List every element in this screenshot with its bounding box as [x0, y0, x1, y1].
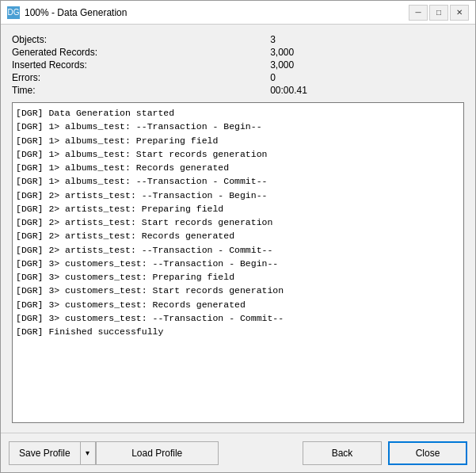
main-window: DG 100% - Data Generation ─ □ ✕ Objects:… — [0, 0, 476, 473]
stat-value: 00:00.41 — [270, 85, 464, 96]
stat-value: 3,000 — [270, 47, 464, 58]
load-profile-label: Load Profile — [131, 448, 182, 459]
stat-value: 0 — [270, 72, 464, 83]
footer: Save Profile ▾ Load Profile Back Close — [1, 433, 475, 472]
footer-left: Save Profile ▾ Load Profile — [9, 441, 303, 465]
close-label: Close — [416, 448, 440, 459]
log-line: [DGR] 2> artists_test: Start records gen… — [16, 216, 460, 229]
save-profile-label: Save Profile — [19, 448, 70, 459]
main-content: Objects:3Generated Records:3,000Inserted… — [1, 25, 475, 433]
window-title: 100% - Data Generation — [25, 7, 127, 18]
save-profile-dropdown-button[interactable]: ▾ — [80, 441, 96, 465]
log-line: [DGR] 2> artists_test: --Transaction - B… — [16, 189, 460, 202]
back-button[interactable]: Back — [303, 441, 382, 465]
minimize-button[interactable]: ─ — [409, 5, 428, 21]
log-line: [DGR] 3> customers_test: Preparing field — [16, 270, 460, 284]
stat-value: 3 — [270, 34, 464, 45]
stat-label: Time: — [12, 85, 254, 96]
log-line: [DGR] Finished successfully — [16, 325, 460, 338]
window-close-button[interactable]: ✕ — [450, 5, 469, 21]
back-label: Back — [332, 448, 353, 459]
footer-right: Back Close — [303, 441, 467, 465]
save-profile-wrapper: Save Profile ▾ — [9, 441, 96, 465]
title-bar: DG 100% - Data Generation ─ □ ✕ — [1, 1, 475, 25]
maximize-button[interactable]: □ — [429, 5, 448, 21]
stat-label: Inserted Records: — [12, 59, 254, 71]
log-line: [DGR] 2> artists_test: --Transaction - C… — [16, 243, 460, 257]
log-line: [DGR] 1> albums_test: Start records gene… — [16, 147, 460, 161]
title-controls: ─ □ ✕ — [409, 5, 469, 21]
log-line: [DGR] 1> albums_test: --Transaction - Co… — [16, 174, 460, 188]
log-line: [DGR] 1> albums_test: Records generated — [16, 161, 460, 174]
log-line: [DGR] 1> albums_test: Preparing field — [16, 134, 460, 147]
log-line: [DGR] 2> artists_test: Preparing field — [16, 202, 460, 216]
chevron-down-icon: ▾ — [86, 448, 89, 457]
window-icon: DG — [7, 6, 20, 19]
stat-label: Generated Records: — [12, 47, 254, 58]
log-line: [DGR] 3> customers_test: --Transaction -… — [16, 311, 460, 325]
stat-label: Errors: — [12, 72, 254, 83]
log-line: [DGR] Data Generation started — [16, 106, 460, 120]
log-line: [DGR] 3> customers_test: --Transaction -… — [16, 257, 460, 270]
stat-label: Objects: — [12, 34, 254, 45]
close-button[interactable]: Close — [388, 441, 467, 465]
save-profile-button[interactable]: Save Profile — [9, 441, 80, 465]
load-profile-button[interactable]: Load Profile — [96, 441, 219, 465]
log-area[interactable]: [DGR] Data Generation started[DGR] 1> al… — [12, 102, 464, 423]
log-line: [DGR] 2> artists_test: Records generated — [16, 229, 460, 242]
stats-section: Objects:3Generated Records:3,000Inserted… — [12, 34, 464, 96]
title-bar-left: DG 100% - Data Generation — [7, 6, 127, 19]
log-line: [DGR] 3> customers_test: Records generat… — [16, 298, 460, 311]
log-line: [DGR] 1> albums_test: --Transaction - Be… — [16, 120, 460, 133]
stat-value: 3,000 — [270, 59, 464, 71]
log-line: [DGR] 3> customers_test: Start records g… — [16, 284, 460, 297]
